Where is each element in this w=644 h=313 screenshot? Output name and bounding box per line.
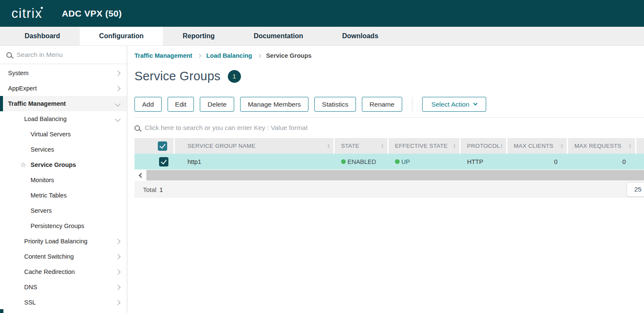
sidebar-item-label: Traffic Management <box>8 100 66 107</box>
sidebar-item-label: System <box>8 70 28 76</box>
page-size-dropdown[interactable]: 25 <box>627 182 644 197</box>
edit-button[interactable]: Edit <box>168 97 194 112</box>
sidebar-item-load-balancing[interactable]: Load Balancing <box>0 111 127 127</box>
chevron-right-icon <box>115 86 120 91</box>
sidebar-item-label: Load Balancing <box>24 116 67 122</box>
sort-icon[interactable]: ▲▼ <box>629 144 632 148</box>
column-header-overflow <box>636 138 644 154</box>
sidebar-item-appexpert[interactable]: AppExpert <box>0 81 127 96</box>
sidebar-item-servers[interactable]: Servers <box>0 203 127 218</box>
sidebar: System AppExpert Traffic Management Load… <box>0 46 127 313</box>
sidebar-item-label: Cache Redirection <box>24 268 75 275</box>
sidebar-scroll-indicator <box>0 309 3 313</box>
total-value: 1 <box>160 186 163 193</box>
column-header-max-clients[interactable]: MAX CLIENTS ▲▼ <box>507 138 568 154</box>
delete-button[interactable]: Delete <box>200 97 234 112</box>
column-label: STATE <box>341 143 359 149</box>
cell-state: ENABLED <box>335 154 389 169</box>
status-dot-icon <box>341 159 346 164</box>
content-pane: Traffic Management Load Balancing Servic… <box>127 46 644 313</box>
sidebar-item-label: Priority Load Balancing <box>24 238 87 245</box>
sidebar-item-service-groups[interactable]: ☆ Service Groups <box>0 157 127 172</box>
chevron-right-icon <box>115 70 120 76</box>
sidebar-item-priority-load-balancing[interactable]: Priority Load Balancing <box>0 234 127 249</box>
toolbar: Add Edit Delete Manage Members Statistic… <box>134 97 644 118</box>
chevron-down-icon <box>115 116 120 122</box>
chevron-left-icon <box>139 173 143 178</box>
title-row: Service Groups 1 <box>134 69 644 83</box>
scrollbar-thumb[interactable] <box>146 170 644 180</box>
sidebar-menu: System AppExpert Traffic Management Load… <box>0 64 127 310</box>
state-label: ENABLED <box>347 158 376 165</box>
sidebar-item-label: SSL <box>24 299 36 306</box>
toolbar-divider <box>412 97 412 112</box>
column-header-effective-state[interactable]: EFFECTIVE STATE ▲▼ <box>389 138 461 154</box>
sidebar-item-label: Servers <box>31 207 52 214</box>
cell-max-clients: 0 <box>507 154 568 169</box>
sort-icon[interactable]: ▲▼ <box>381 144 384 148</box>
column-label: MAX REQUESTS <box>574 143 622 149</box>
column-label: PROTOCOL <box>467 143 500 149</box>
chevron-right-icon <box>115 239 120 244</box>
sidebar-item-cache-redirection[interactable]: Cache Redirection <box>0 264 127 279</box>
table-row[interactable]: http1 ENABLED UP HTTP 0 0 <box>134 154 644 169</box>
table-search-bar[interactable] <box>134 118 644 138</box>
column-header-state[interactable]: STATE ▲▼ <box>335 138 389 154</box>
tab-reporting[interactable]: Reporting <box>163 27 234 45</box>
sidebar-item-label: Content Switching <box>24 253 74 260</box>
sidebar-item-content-switching[interactable]: Content Switching <box>0 249 127 264</box>
sidebar-item-persistency-groups[interactable]: Persistency Groups <box>0 218 127 234</box>
breadcrumb-separator-icon <box>197 54 202 58</box>
scroll-left-button[interactable] <box>134 169 146 181</box>
table-header: SERVICE GROUP NAME ▲▼ STATE ▲▼ EFFECTIVE… <box>134 138 644 154</box>
select-action-dropdown[interactable]: Select Action <box>422 97 487 112</box>
column-header-max-requests[interactable]: MAX REQUESTS ▲▼ <box>568 138 636 154</box>
app-header: citrix ADC VPX (50) <box>0 0 644 27</box>
sort-icon[interactable]: ▲▼ <box>560 144 563 148</box>
sidebar-item-traffic-management[interactable]: Traffic Management <box>0 96 127 111</box>
sidebar-item-services[interactable]: Services <box>0 142 127 157</box>
sidebar-item-metric-tables[interactable]: Metric Tables <box>0 188 127 203</box>
row-checkbox[interactable] <box>159 157 168 166</box>
sidebar-item-label: Persistency Groups <box>31 223 84 229</box>
cell-max-requests: 0 <box>568 154 636 169</box>
citrix-logo-text: citrix <box>11 6 42 21</box>
citrix-logo: citrix <box>11 6 42 21</box>
breadcrumb-load-balancing[interactable]: Load Balancing <box>206 52 252 59</box>
statistics-button[interactable]: Statistics <box>314 97 356 112</box>
breadcrumb-current: Service Groups <box>266 52 311 59</box>
tab-dashboard[interactable]: Dashboard <box>5 27 80 45</box>
add-button[interactable]: Add <box>134 97 162 112</box>
tab-downloads[interactable]: Downloads <box>322 27 398 45</box>
select-action-label: Select Action <box>431 101 470 108</box>
table-search-input[interactable] <box>145 124 644 132</box>
sidebar-item-label: DNS <box>24 284 37 290</box>
sidebar-item-ssl[interactable]: SSL <box>0 295 127 310</box>
sidebar-item-system[interactable]: System <box>0 65 127 81</box>
sidebar-search-input[interactable] <box>17 51 120 59</box>
sidebar-item-virtual-servers[interactable]: Virtual Servers <box>0 127 127 142</box>
sidebar-item-monitors[interactable]: Monitors <box>0 172 127 188</box>
sort-icon[interactable]: ▲▼ <box>327 144 330 148</box>
rename-button[interactable]: Rename <box>362 97 402 112</box>
sidebar-item-dns[interactable]: DNS <box>0 279 127 295</box>
column-label: SERVICE GROUP NAME <box>188 143 255 149</box>
tab-configuration[interactable]: Configuration <box>80 27 163 45</box>
manage-members-button[interactable]: Manage Members <box>240 97 308 112</box>
select-all-checkbox[interactable] <box>158 141 167 151</box>
sidebar-item-label: Metric Tables <box>31 192 67 199</box>
cell-overflow <box>636 154 644 169</box>
favorite-star-icon[interactable]: ☆ <box>20 161 26 169</box>
column-header-protocol[interactable]: PROTOCOL ▲▼ <box>461 138 507 154</box>
sort-icon[interactable]: ▲▼ <box>453 144 456 148</box>
column-label: MAX CLIENTS <box>514 143 553 149</box>
column-header-service-group-name[interactable]: SERVICE GROUP NAME ▲▼ <box>175 138 335 154</box>
count-badge: 1 <box>228 70 241 83</box>
horizontal-scrollbar <box>134 169 644 181</box>
tab-documentation[interactable]: Documentation <box>234 27 322 45</box>
breadcrumb-traffic-management[interactable]: Traffic Management <box>134 52 192 59</box>
sidebar-item-label: Service Groups <box>31 161 76 168</box>
select-all-header-cell <box>134 138 175 154</box>
sidebar-search[interactable] <box>0 46 127 64</box>
sort-icon[interactable]: ▲▼ <box>500 144 503 148</box>
